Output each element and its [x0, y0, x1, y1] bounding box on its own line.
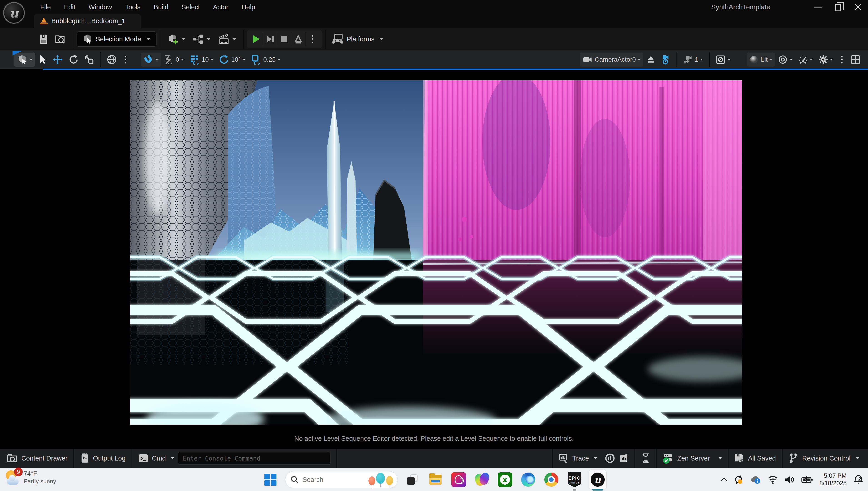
onedrive-icon[interactable]	[750, 475, 761, 484]
save-button[interactable]	[35, 30, 52, 48]
taskbar-clock[interactable]: 5:07 PM 8/18/2025	[819, 472, 847, 487]
folder-search-icon	[55, 34, 66, 44]
start-button[interactable]	[262, 470, 279, 489]
profile-app-button[interactable]	[450, 470, 467, 489]
wifi-icon[interactable]	[768, 475, 778, 484]
update-sync-icon[interactable]	[734, 474, 744, 485]
menu-build[interactable]: Build	[148, 2, 175, 12]
restore-button[interactable]	[828, 0, 848, 14]
weather-widget[interactable]: 9 74°F Partly sunny	[5, 470, 56, 485]
camera-actor-dropdown[interactable]: CameraActor0	[580, 53, 643, 67]
maximize-viewport-button[interactable]	[848, 53, 863, 67]
chevron-down-icon	[379, 38, 383, 40]
weather-icon: 9	[5, 470, 20, 485]
statusbar-spacer	[337, 449, 552, 468]
copilot-button[interactable]	[473, 470, 491, 489]
selection-mode-label: Selection Mode	[96, 35, 141, 43]
show-flags-dropdown[interactable]	[775, 53, 795, 67]
epic-games-button[interactable]: EPICGAMES	[566, 470, 583, 489]
select-tool-button[interactable]	[35, 53, 50, 67]
grid-snap-control[interactable]: 10	[187, 53, 216, 67]
menu-edit[interactable]: Edit	[58, 2, 82, 12]
scale-tool-button[interactable]	[82, 53, 97, 67]
eject-button[interactable]	[291, 32, 306, 47]
viewport-settings-dropdown[interactable]	[815, 53, 836, 67]
chrome-button[interactable]	[543, 470, 560, 489]
notification-bell-dnd-icon[interactable]	[853, 474, 864, 485]
menu-window[interactable]: Window	[83, 2, 118, 12]
xbox-icon: x	[498, 472, 512, 487]
taskbar-center: x EPICGAMES u	[262, 468, 606, 491]
search-icon	[291, 476, 299, 484]
weather-description: Partly sunny	[24, 478, 56, 485]
screen-percentage-dropdown[interactable]	[713, 53, 733, 67]
performance-dropdown[interactable]	[795, 53, 815, 67]
frame-skip-button[interactable]	[263, 32, 277, 47]
chevron-down-icon	[856, 457, 859, 459]
quad-view-icon	[851, 55, 860, 64]
menu-help[interactable]: Help	[235, 2, 261, 12]
play-button[interactable]	[249, 32, 263, 47]
scale-snap-control[interactable]: 0.25	[248, 53, 283, 67]
snapping-dropdown[interactable]	[141, 53, 161, 67]
coordinate-system-button[interactable]	[104, 53, 120, 67]
unreal-engine-logo-icon[interactable]: u	[3, 2, 25, 24]
level-tab[interactable]: Bubblegum…Bedroom_1	[34, 14, 141, 28]
rotation-snap-control[interactable]: 10°	[216, 53, 248, 67]
hourglass-icon	[641, 453, 650, 463]
tray-overflow-chevron-icon[interactable]	[720, 478, 727, 484]
camera-speed-control[interactable]: 1	[680, 53, 706, 67]
menu-tools[interactable]: Tools	[119, 2, 147, 12]
menu-select[interactable]: Select	[175, 2, 206, 12]
actor-snap-control[interactable]: 0	[161, 53, 187, 67]
background-tasks-indicator[interactable]	[636, 449, 656, 468]
minimize-button[interactable]	[808, 0, 828, 14]
viewport-layout-options-button[interactable]	[836, 53, 848, 67]
content-drawer-button[interactable]: Content Drawer	[0, 449, 73, 468]
cinematics-dropdown[interactable]	[214, 30, 240, 48]
battery-icon[interactable]	[801, 475, 813, 484]
volume-icon[interactable]	[784, 475, 795, 484]
eject-camera-button[interactable]	[643, 53, 658, 67]
play-options-button[interactable]	[306, 32, 320, 47]
edge-button[interactable]	[520, 470, 537, 489]
chevron-down-icon	[638, 59, 641, 60]
viewport-options-button[interactable]	[120, 53, 132, 67]
view-mode-dropdown[interactable]: Lit	[747, 53, 775, 67]
zen-server-control[interactable]: Zen Server	[657, 449, 727, 468]
add-actor-dropdown[interactable]	[163, 30, 189, 48]
move-tool-button[interactable]	[50, 53, 66, 67]
trace-control[interactable]: Trace	[553, 449, 634, 468]
viewport-scene[interactable]	[130, 80, 742, 425]
find-in-content-browser-button[interactable]	[52, 30, 69, 48]
source-control-save-status[interactable]: All Saved	[728, 449, 782, 468]
taskbar-search[interactable]	[285, 471, 398, 488]
trace-label: Trace	[572, 455, 589, 462]
stop-button[interactable]	[277, 32, 291, 47]
revision-control-control[interactable]: Revision Control	[783, 449, 868, 468]
blueprints-dropdown[interactable]	[189, 30, 214, 48]
menu-file[interactable]: File	[34, 2, 57, 12]
file-explorer-button[interactable]	[427, 470, 444, 489]
screen-percentage-icon	[716, 55, 725, 65]
notification-badge: 9	[14, 468, 23, 476]
console-command-input[interactable]	[178, 452, 331, 465]
xbox-button[interactable]: x	[496, 470, 514, 489]
vertical-ellipsis-icon	[841, 56, 842, 57]
grid-snap-value: 10	[202, 56, 209, 63]
close-button[interactable]	[848, 0, 868, 14]
clapperboard-icon	[218, 33, 230, 45]
edge-icon	[521, 472, 535, 487]
unreal-engine-button[interactable]: u	[589, 470, 606, 489]
world-globe-icon	[107, 55, 117, 65]
pilot-camera-toggle[interactable]	[658, 53, 673, 67]
level-viewport[interactable]: No active Level Sequence Editor detected…	[0, 70, 868, 449]
cmd-label[interactable]: Cmd	[152, 455, 166, 462]
zen-server-label: Zen Server	[677, 455, 710, 462]
platforms-dropdown[interactable]: Platforms	[329, 33, 386, 45]
menu-actor[interactable]: Actor	[207, 2, 235, 12]
task-view-button[interactable]	[404, 470, 421, 489]
editor-mode-dropdown[interactable]: Selection Mode	[76, 31, 157, 47]
rotate-tool-button[interactable]	[66, 53, 82, 67]
output-log-button[interactable]: Output Log	[74, 449, 131, 468]
